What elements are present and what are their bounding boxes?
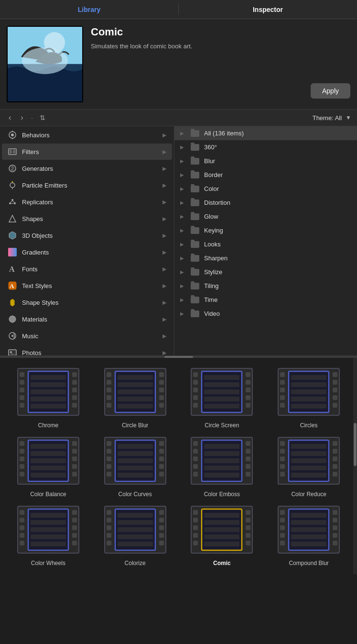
tab-inspector[interactable]: Inspector (179, 0, 357, 19)
sidebar-item-behaviors[interactable]: Behaviors ▶ (2, 127, 172, 143)
sidebar-item-gradients[interactable]: Gradients ▶ (2, 244, 172, 260)
folder-stylize[interactable]: ▶ Stylize (174, 265, 357, 279)
particle-emitters-icon (8, 180, 17, 190)
grid-item-circle-screen[interactable]: Circle Screen (182, 366, 263, 429)
folder-video[interactable]: ▶ Video (174, 307, 357, 321)
svg-rect-185 (31, 520, 66, 525)
sidebar-item-text-styles[interactable]: A Text Styles ▶ (2, 278, 172, 294)
folder-blur-icon (191, 158, 199, 165)
folder-glow-arrow: ▶ (180, 214, 184, 219)
grid-item-chrome[interactable]: Chrome (8, 366, 89, 429)
svg-rect-89 (280, 380, 285, 385)
folder-border[interactable]: ▶ Border (174, 168, 357, 182)
svg-line-22 (12, 201, 15, 202)
svg-rect-26 (8, 248, 17, 256)
svg-rect-228 (280, 541, 285, 545)
comic-thumbnail (7, 26, 83, 102)
folder-keying[interactable]: ▶ Keying (174, 223, 357, 237)
svg-rect-182 (72, 541, 77, 545)
svg-rect-84 (204, 389, 239, 394)
svg-rect-114 (72, 472, 77, 477)
grid-item-color-curves[interactable]: Color Curves (95, 434, 176, 498)
grid-item-label-compound-blur: Compound Blur (289, 560, 328, 566)
svg-rect-139 (193, 441, 198, 446)
grid-item-colorize[interactable]: Colorize (95, 503, 176, 566)
folder-distortion-label: Distortion (204, 199, 230, 206)
grid-item-color-emboss[interactable]: Color Emboss (182, 434, 263, 498)
sidebar-item-shapes[interactable]: Shapes ▶ (2, 211, 172, 227)
svg-rect-168 (291, 451, 326, 456)
folder-looks-arrow: ▶ (180, 242, 184, 247)
shape-styles-label: Shape Styles (22, 299, 158, 306)
sidebar-item-particle-emitters[interactable]: Particle Emitters ▶ (2, 177, 172, 193)
svg-rect-221 (204, 534, 239, 539)
svg-rect-181 (72, 533, 77, 538)
svg-rect-194 (107, 541, 111, 545)
sidebar-item-3d-objects[interactable]: 3D Objects ▶ (2, 227, 172, 244)
scrollbar-thumb[interactable] (354, 423, 357, 466)
svg-point-34 (10, 351, 12, 353)
folder-tiling-icon (191, 283, 199, 289)
folder-glow[interactable]: ▶ Glow (174, 210, 357, 223)
svg-rect-209 (193, 525, 198, 530)
materials-icon (8, 314, 17, 324)
svg-rect-49 (31, 382, 66, 387)
svg-rect-91 (280, 395, 285, 400)
svg-rect-220 (204, 527, 239, 532)
grid-item-color-balance[interactable]: Color Balance (8, 434, 89, 498)
svg-rect-191 (107, 518, 111, 522)
svg-rect-177 (20, 541, 24, 545)
svg-rect-119 (31, 466, 66, 470)
svg-rect-211 (193, 541, 198, 545)
3d-objects-icon (8, 231, 17, 240)
svg-rect-75 (193, 403, 198, 408)
svg-rect-224 (280, 510, 285, 515)
folder-360[interactable]: ▶ 360° (174, 140, 357, 154)
grid-item-compound-blur[interactable]: Compound Blur (268, 503, 349, 566)
filters-icon (8, 147, 17, 156)
folder-color[interactable]: ▶ Color (174, 182, 357, 196)
folder-tiling[interactable]: ▶ Tiling (174, 279, 357, 293)
folder-blur[interactable]: ▶ Blur (174, 154, 357, 168)
music-label: Music (22, 333, 158, 340)
theme-selector[interactable]: Theme: All (313, 114, 342, 122)
film-icon-circles (275, 366, 342, 418)
sidebar-item-photos[interactable]: Photos ▶ (2, 344, 172, 355)
svg-rect-167 (291, 444, 326, 449)
svg-rect-44 (72, 388, 77, 392)
folder-sharpen[interactable]: ▶ Sharpen (174, 251, 357, 265)
updown-button[interactable]: ⇅ (38, 113, 47, 122)
svg-rect-229 (333, 510, 337, 515)
svg-rect-109 (20, 472, 24, 477)
grid-item-circle-blur[interactable]: Circle Blur (95, 366, 176, 429)
film-icon-colorize (102, 503, 169, 556)
theme-arrow-icon[interactable]: ▼ (346, 114, 351, 121)
sidebar-item-music[interactable]: Music ▶ (2, 328, 172, 344)
sidebar-item-shape-styles[interactable]: Shape Styles ▶ (2, 294, 172, 311)
right-scrollbar[interactable] (353, 358, 357, 574)
svg-rect-130 (159, 464, 164, 469)
sidebar-item-replicators[interactable]: Replicators ▶ (2, 194, 172, 210)
folder-distortion[interactable]: ▶ Distortion (174, 196, 357, 210)
svg-rect-196 (159, 518, 164, 522)
grid-item-comic[interactable]: Comic (182, 503, 263, 566)
replicators-arrow-icon: ▶ (162, 199, 166, 205)
folder-looks[interactable]: ▶ Looks (174, 237, 357, 251)
back-button[interactable]: ‹ (6, 112, 14, 123)
gradients-arrow-icon: ▶ (162, 249, 166, 255)
sidebar-item-fonts[interactable]: A Fonts ▶ (2, 261, 172, 277)
sidebar-item-generators[interactable]: 2 Generators ▶ (2, 160, 172, 177)
sidebar-item-materials[interactable]: Materials ▶ (2, 311, 172, 327)
sidebar-item-filters[interactable]: Filters ▶ (2, 144, 172, 160)
apply-button[interactable]: Apply (311, 83, 350, 99)
svg-rect-82 (204, 375, 239, 380)
forward-button[interactable]: › (18, 112, 26, 123)
tab-library[interactable]: Library (0, 0, 178, 19)
folder-time[interactable]: ▶ Time (174, 293, 357, 307)
grid-item-circles[interactable]: Circles (268, 366, 349, 429)
folder-all[interactable]: ▶ All (136 items) (174, 126, 357, 140)
svg-rect-76 (246, 372, 250, 377)
grid-item-color-wheels[interactable]: Color Wheels (8, 503, 89, 566)
grid-item-color-reduce[interactable]: Color Reduce (268, 434, 349, 498)
shapes-icon (8, 214, 17, 223)
